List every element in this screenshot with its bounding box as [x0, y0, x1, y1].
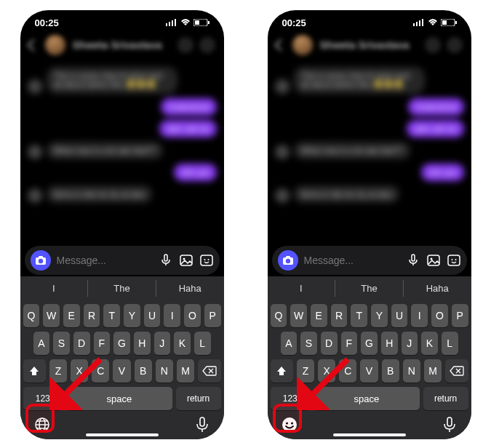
- key-m[interactable]: M: [177, 359, 194, 383]
- key-k[interactable]: K: [421, 332, 438, 355]
- key-k[interactable]: K: [174, 332, 191, 355]
- avatar[interactable]: [292, 35, 313, 55]
- key-t[interactable]: T: [351, 304, 367, 327]
- key-t[interactable]: T: [103, 304, 120, 327]
- key-v[interactable]: V: [360, 359, 378, 383]
- key-s[interactable]: S: [300, 332, 317, 355]
- suggestions-bar: I The Haha: [20, 276, 224, 300]
- suggestion[interactable]: I: [20, 280, 89, 297]
- key-a[interactable]: A: [33, 332, 50, 355]
- key-p[interactable]: P: [204, 304, 221, 327]
- back-icon[interactable]: [27, 39, 39, 52]
- globe-button[interactable]: [31, 413, 54, 436]
- key-z[interactable]: Z: [49, 359, 67, 383]
- key-g[interactable]: G: [361, 332, 378, 355]
- message-input[interactable]: Message...: [57, 255, 153, 266]
- suggestion[interactable]: The: [335, 280, 404, 297]
- key-u[interactable]: U: [144, 304, 161, 327]
- key-i[interactable]: I: [411, 304, 428, 327]
- key-w[interactable]: W: [43, 304, 60, 327]
- camera-button[interactable]: [31, 250, 51, 271]
- key-r[interactable]: R: [84, 304, 100, 327]
- key-row-3: Z X C V B N M: [268, 359, 471, 383]
- key-y[interactable]: Y: [371, 304, 388, 327]
- key-z[interactable]: Z: [297, 359, 314, 383]
- key-h[interactable]: H: [134, 332, 151, 355]
- key-c[interactable]: C: [339, 359, 356, 383]
- shift-key[interactable]: [271, 359, 293, 383]
- return-key[interactable]: return: [176, 387, 221, 410]
- messages-area[interactable]: This is some chat of users and all about…: [268, 60, 471, 246]
- key-h[interactable]: H: [381, 332, 398, 355]
- gallery-icon[interactable]: [179, 253, 193, 268]
- gallery-icon[interactable]: [426, 253, 441, 268]
- numeric-key[interactable]: 123: [23, 387, 63, 410]
- battery-icon: [441, 19, 457, 26]
- video-icon[interactable]: [447, 37, 463, 53]
- space-key[interactable]: space: [66, 387, 172, 410]
- key-g[interactable]: G: [113, 332, 130, 355]
- key-b[interactable]: B: [382, 359, 399, 383]
- key-b[interactable]: B: [135, 359, 152, 383]
- call-icon[interactable]: [177, 37, 193, 53]
- suggestion[interactable]: I: [268, 280, 336, 297]
- key-w[interactable]: W: [290, 304, 307, 327]
- key-d[interactable]: D: [321, 332, 338, 355]
- key-q[interactable]: Q: [23, 304, 40, 327]
- emoji-icon: [281, 416, 298, 433]
- status-icons: [166, 19, 209, 26]
- backspace-key[interactable]: [445, 359, 468, 383]
- return-key[interactable]: return: [423, 387, 468, 410]
- key-o[interactable]: O: [184, 304, 201, 327]
- dictation-button[interactable]: [191, 413, 214, 436]
- sticker-icon[interactable]: [447, 253, 461, 268]
- back-icon[interactable]: [274, 39, 287, 52]
- key-f[interactable]: F: [341, 332, 358, 355]
- key-s[interactable]: S: [53, 332, 70, 355]
- voice-icon[interactable]: [159, 253, 173, 268]
- numeric-key[interactable]: 123: [271, 387, 311, 410]
- key-c[interactable]: C: [92, 359, 109, 383]
- key-o[interactable]: O: [431, 304, 448, 327]
- call-icon[interactable]: [425, 37, 441, 53]
- home-indicator[interactable]: [333, 433, 406, 436]
- key-j[interactable]: J: [154, 332, 171, 355]
- key-q[interactable]: Q: [271, 304, 287, 327]
- key-y[interactable]: Y: [124, 304, 140, 327]
- key-x[interactable]: X: [71, 359, 88, 383]
- key-d[interactable]: D: [73, 332, 90, 355]
- avatar[interactable]: [45, 35, 65, 55]
- key-p[interactable]: P: [452, 304, 468, 327]
- key-x[interactable]: X: [318, 359, 335, 383]
- dictation-button[interactable]: [438, 413, 461, 436]
- emoji-button[interactable]: [278, 413, 301, 436]
- key-j[interactable]: J: [402, 332, 418, 355]
- space-key[interactable]: space: [314, 387, 420, 410]
- voice-icon[interactable]: [406, 253, 420, 268]
- key-a[interactable]: A: [281, 332, 298, 355]
- key-l[interactable]: L: [442, 332, 458, 355]
- key-r[interactable]: R: [331, 304, 348, 327]
- message-input[interactable]: Message...: [304, 255, 400, 266]
- video-icon[interactable]: [199, 37, 215, 53]
- messages-area[interactable]: This is some chat of users and all about…: [20, 60, 224, 246]
- key-m[interactable]: M: [424, 359, 442, 383]
- backspace-key[interactable]: [198, 359, 220, 383]
- key-e[interactable]: E: [63, 304, 80, 327]
- svg-point-38: [291, 423, 293, 425]
- key-e[interactable]: E: [311, 304, 327, 327]
- key-u[interactable]: U: [391, 304, 408, 327]
- suggestion[interactable]: Haha: [156, 280, 224, 297]
- key-n[interactable]: N: [156, 359, 173, 383]
- key-n[interactable]: N: [403, 359, 420, 383]
- key-f[interactable]: F: [94, 332, 111, 355]
- shift-key[interactable]: [23, 359, 46, 383]
- key-l[interactable]: L: [194, 332, 211, 355]
- key-i[interactable]: I: [164, 304, 180, 327]
- sticker-icon[interactable]: [199, 253, 214, 268]
- home-indicator[interactable]: [86, 433, 159, 436]
- key-v[interactable]: V: [113, 359, 130, 383]
- suggestion[interactable]: Haha: [404, 280, 471, 297]
- camera-button[interactable]: [278, 250, 298, 271]
- suggestion[interactable]: The: [88, 280, 156, 297]
